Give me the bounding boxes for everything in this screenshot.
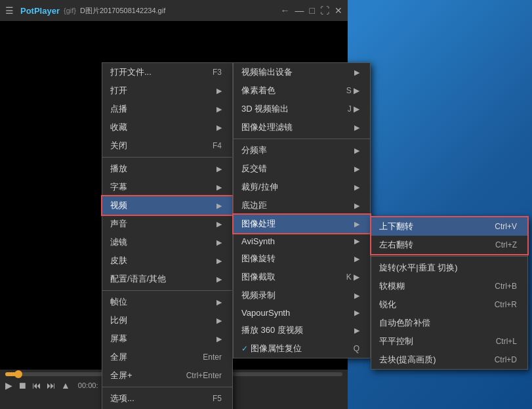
minimize-button[interactable]: — [295,5,304,16]
menu-fullscreen[interactable]: 全屏 Enter [102,348,232,366]
imgproc-deblock[interactable]: 去块(提高画质) Ctrl+D [371,351,527,369]
vsub-image-reset[interactable]: ✓ 图像属性复位 Q [234,339,370,358]
vsub-crop[interactable]: 裁剪/拉伸 ▶ [234,178,370,196]
file-name: D图片20170508142234.gif [80,6,277,16]
vsub-deinterlace[interactable]: 反交错 ▶ [234,160,370,178]
menu-options[interactable]: 选项... F5 [102,389,232,408]
menu-open[interactable]: 打开 ▶ [102,81,232,100]
play-button[interactable]: ▶ [5,380,12,391]
prev-button[interactable]: ⏮ [32,380,41,391]
menu-filter[interactable]: 滤镜 ▶ [102,233,232,251]
vsub-bottom-margin[interactable]: 底边距 ▶ [234,196,370,215]
vsub-avisynth[interactable]: AviSynth ▶ [234,233,370,249]
menu-subtitle[interactable]: 字幕 ▶ [102,178,232,196]
pin-button[interactable]: ← [281,5,290,16]
imgproc-level-control[interactable]: 平平控制 Ctrl+L [371,332,527,351]
menu-broadcast[interactable]: 点播 ▶ [102,100,232,118]
context-menu-level1: 打开文件... F3 打开 ▶ 点播 ▶ 收藏 ▶ 关闭 F4 播放 ▶ 字幕 … [102,62,233,409]
menu-frame[interactable]: 帧位 ▶ [102,293,232,311]
time-display: 00:00: [78,381,98,389]
menu-close[interactable]: 关闭 F4 [102,137,232,155]
menu-audio[interactable]: 声音 ▶ [102,215,232,233]
progress-knob[interactable] [14,370,22,378]
maximize-button[interactable]: □ [310,5,315,16]
vsub-image-process[interactable]: 图像处理 ▶ [234,215,370,233]
video-submenu: 视频输出设备 ▶ 像素着色 S ▶ 3D 视频输出 J ▶ 图像处理滤镜 ▶ 分… [233,62,371,358]
imgproc-sharpen[interactable]: 锐化 Ctrl+R [371,295,527,314]
vsub-video-record[interactable]: 视频录制 ▶ [234,286,370,305]
menu-ratio[interactable]: 比例 ▶ [102,311,232,330]
close-button[interactable]: ✕ [335,5,342,16]
menu-skin[interactable]: 皮肤 ▶ [102,251,232,270]
vsub-360video[interactable]: 播放 360 度视频 ▶ [234,321,370,339]
title-controls: ← — □ ⛶ ✕ [281,5,342,16]
vsub-vapoursynth[interactable]: VapourSynth ▶ [234,305,370,321]
vsub-image-filter[interactable]: 图像处理滤镜 ▶ [234,118,370,137]
imgproc-auto-levels[interactable]: 自动色阶补偿 [371,314,527,332]
menu-video[interactable]: 视频 ▶ [102,196,232,215]
menu-fullscreen-plus[interactable]: 全屏+ Ctrl+Enter [102,366,232,385]
vsub-3d-output[interactable]: 3D 视频输出 J ▶ [234,100,370,118]
menu-settings[interactable]: 配置/语言/其他 ▶ [102,270,232,288]
desktop: ☰ PotPlayer {gif} D图片20170508142234.gif … [0,0,532,409]
imgproc-soft-blur[interactable]: 软模糊 Ctrl+B [371,277,527,295]
fullscreen-button[interactable]: ⛶ [320,5,329,16]
next-button[interactable]: ⏭ [47,380,56,391]
menu-open-file[interactable]: 打开文件... F3 [102,63,232,81]
menu-icon[interactable]: ☰ [5,5,14,16]
separator-3 [102,387,232,387]
title-bar: ☰ PotPlayer {gif} D图片20170508142234.gif … [0,0,348,21]
menu-favorites[interactable]: 收藏 ▶ [102,118,232,137]
vsub-output-device[interactable]: 视频输出设备 ▶ [234,63,370,81]
menu-play[interactable]: 播放 ▶ [102,160,232,178]
vsub-image-capture[interactable]: 图像截取 K ▶ [234,268,370,286]
volume-button[interactable]: ▲ [61,380,70,391]
separator-2 [102,290,232,291]
stop-button[interactable]: ⏹ [18,380,27,391]
app-name: PotPlayer [20,6,60,16]
image-process-submenu: 上下翻转 Ctrl+V 左右翻转 Ctrl+Z 旋转(水平|垂直 切换) 软模糊… [371,217,528,370]
vsub-image-rotate[interactable]: 图像旋转 ▶ [234,249,370,268]
separator-1 [102,157,232,158]
vsub-pixel-color[interactable]: 像素着色 S ▶ [234,81,370,100]
imgproc-rotate-toggle[interactable]: 旋转(水平|垂直 切换) [371,259,527,277]
vsub-sep-1 [234,139,370,139]
file-tag: {gif} [64,7,76,14]
imgproc-sep-1 [371,256,527,257]
menu-screen[interactable]: 屏幕 ▶ [102,330,232,348]
imgproc-flip-horizontal[interactable]: 左右翻转 Ctrl+Z [371,236,527,254]
vsub-freq[interactable]: 分频率 ▶ [234,141,370,160]
imgproc-flip-vertical[interactable]: 上下翻转 Ctrl+V [371,217,527,236]
